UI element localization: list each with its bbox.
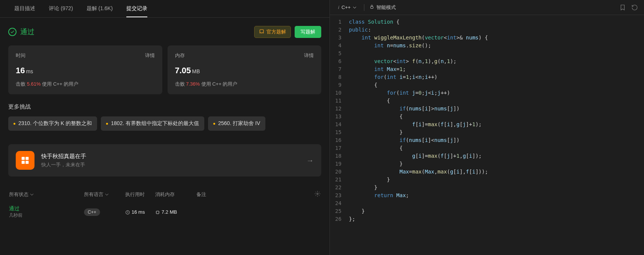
promo-title: 快手秋招真题在手	[41, 153, 300, 160]
book-icon	[259, 29, 264, 35]
metric-mem-label: 内存	[175, 52, 185, 59]
metric-time[interactable]: 时间详情 16ms 击败 5.61% 使用 C++ 的用户	[8, 45, 162, 94]
tabs: 题目描述 评论 (972) 题解 (1.6K) 提交记录	[0, 0, 329, 18]
smart-mode[interactable]: 智能模式	[370, 4, 396, 11]
language-selector[interactable]: i C++	[336, 4, 359, 11]
metric-time-detail[interactable]: 详情	[145, 52, 155, 59]
svg-rect-1	[25, 157, 28, 160]
svg-rect-0	[22, 157, 25, 160]
dot-icon	[213, 123, 215, 125]
promo-sub: 快人一手，未来在手	[41, 161, 300, 168]
metric-memory[interactable]: 内存详情 7.05MB 击败 7.36% 使用 C++ 的用户	[168, 45, 322, 94]
col-memory: 消耗内存	[155, 191, 196, 198]
lock-icon	[370, 5, 374, 10]
tab-submissions[interactable]: 提交记录	[120, 0, 154, 17]
svg-point-4	[317, 193, 318, 195]
arrow-right-icon: →	[306, 156, 314, 165]
metric-time-label: 时间	[16, 52, 25, 59]
col-note: 备注	[196, 191, 309, 198]
tab-description[interactable]: 题目描述	[7, 0, 42, 17]
reset-icon[interactable]	[631, 4, 638, 11]
promo-card[interactable]: 快手秋招真题在手 快人一手，未来在手 →	[8, 144, 321, 177]
chevron-down-icon	[30, 193, 34, 196]
chevron-down-icon	[353, 6, 356, 9]
chevron-down-icon	[105, 193, 109, 196]
metric-mem-detail[interactable]: 详情	[304, 52, 314, 59]
challenge-item[interactable]: 2560. 打家劫舍 IV	[208, 116, 265, 131]
svg-rect-7	[371, 7, 373, 9]
gear-icon[interactable]	[309, 191, 321, 198]
filter-status[interactable]: 所有状态	[9, 191, 84, 198]
status-label: 通过	[20, 27, 34, 37]
tab-solutions[interactable]: 题解 (1.6K)	[80, 0, 120, 17]
dot-icon	[13, 123, 15, 125]
write-solution-button[interactable]: 写题解	[295, 26, 321, 38]
status-pass: 通过	[8, 27, 34, 37]
bookmark-icon[interactable]	[619, 4, 626, 11]
challenge-item[interactable]: 1802. 有界数组中指定下标处的最大值	[101, 116, 204, 131]
submission-row[interactable]: 通过 几秒前 C++ 16 ms 7.2 MB	[8, 201, 321, 223]
chip-icon	[155, 210, 160, 215]
check-icon	[8, 28, 16, 36]
lang-badge: C++	[84, 208, 100, 216]
tab-comments[interactable]: 评论 (972)	[42, 0, 80, 17]
official-solution-button[interactable]: 官方题解	[254, 26, 291, 38]
dot-icon	[106, 123, 108, 125]
svg-rect-3	[25, 161, 28, 164]
filter-lang[interactable]: 所有语言	[84, 191, 125, 198]
clock-icon	[125, 210, 130, 215]
col-runtime: 执行用时	[125, 191, 155, 198]
svg-rect-6	[156, 211, 159, 214]
promo-icon	[16, 151, 34, 170]
more-challenges-title: 更多挑战	[8, 103, 321, 110]
svg-rect-2	[22, 161, 25, 164]
code-editor[interactable]: 1234567891011121314151617181920212223242…	[330, 15, 644, 255]
challenge-item[interactable]: 2310. 个位数字为 K 的整数之和	[8, 116, 97, 131]
